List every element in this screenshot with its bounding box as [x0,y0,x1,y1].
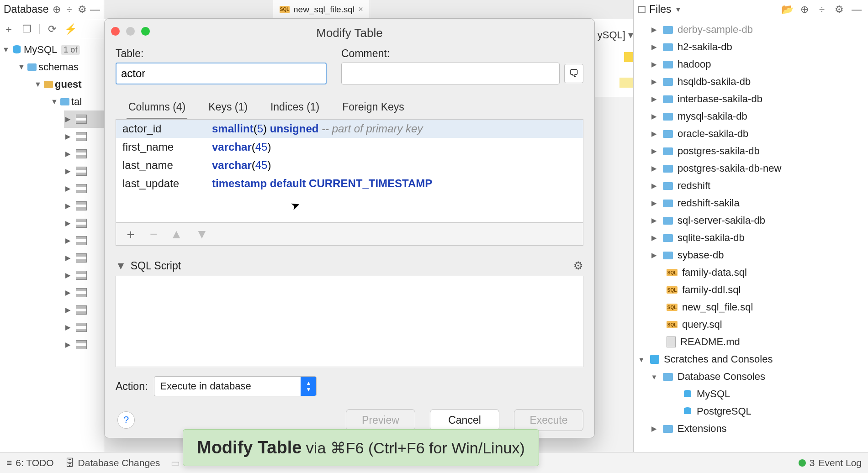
chevron-down-icon[interactable]: ▼ [2,46,10,54]
table-row[interactable]: ▶ [64,180,104,197]
help-button[interactable]: ? [117,411,135,429]
table-row[interactable]: ▶ [64,128,104,145]
table-row[interactable]: ▶ [64,145,104,163]
folder-row[interactable]: ▶sybase-db [634,247,868,264]
scratches-node[interactable]: ▼Scratches and Consoles [634,351,868,368]
folder-row[interactable]: ▶postgres-sakila-db-new [634,160,868,177]
consoles-node[interactable]: ▼Database Consoles [634,368,868,385]
event-log-status[interactable]: 3 Event Log [799,457,862,468]
sql-file-icon: SQL [667,286,677,294]
table-row[interactable]: ▶ [64,284,104,301]
minimize-icon[interactable]: — [90,4,100,16]
table-row[interactable]: ▶ [64,267,104,284]
remove-column-icon[interactable]: − [150,227,157,242]
minimize-icon[interactable]: — [850,4,863,16]
refresh-icon[interactable]: ⟳ [46,23,58,35]
gear-icon[interactable]: ⚙ [573,259,583,272]
table-row[interactable]: ▶ [64,301,104,319]
comment-input[interactable] [341,63,560,84]
close-window-icon[interactable] [111,27,120,36]
file-row[interactable]: SQLfamily-data.sql [634,264,868,281]
folder-icon [663,147,673,155]
target-icon[interactable]: ⊕ [798,4,811,16]
chevron-down-icon[interactable]: ▼ [116,260,126,272]
tab-keys[interactable]: Keys (1) [206,96,249,119]
db-node-schema[interactable]: ▼ guest [0,76,104,93]
chevron-right-icon[interactable]: ▶ [64,115,72,123]
db-node-schemas[interactable]: ▼ schemas [0,58,104,76]
folder-row[interactable]: ▶postgres-sakila-db [634,142,868,160]
chevron-down-icon[interactable]: ▼ [50,98,58,106]
folder-row[interactable]: ▶hadoop [634,56,868,73]
stepper-icon[interactable]: ▲▼ [301,377,316,396]
file-row[interactable]: SQLquery.sql [634,316,868,333]
column-row[interactable]: first_name varchar(45) [116,138,583,156]
file-row[interactable]: SQLnew_sql_file.sql [634,299,868,316]
table-name-input[interactable] [116,63,327,84]
target-icon[interactable]: ⊕ [51,4,61,16]
copy-icon[interactable]: ❐ [21,23,33,35]
sql-script-editor[interactable] [116,276,583,367]
separator [39,24,40,34]
table-row[interactable]: ▶ [64,232,104,249]
sql-script-header[interactable]: ▼ SQL Script ⚙ [116,259,583,272]
column-row[interactable]: last_name varchar(45) [116,156,583,174]
cancel-button[interactable]: Cancel [430,409,499,431]
node-label: Database Consoles [677,371,765,383]
db-node-mysql[interactable]: ▼ MySQL 1 of [0,41,104,58]
move-up-icon[interactable]: ▲ [170,227,183,242]
column-row[interactable]: last_update timestamp default CURRENT_TI… [116,174,583,193]
extensions-node[interactable]: ▶Extensions [634,420,868,437]
files-titlebar: Files ▼ 📂 ⊕ ÷ ⚙ — [634,0,868,19]
filter-icon[interactable]: ⚡ [64,23,76,35]
folder-row[interactable]: ▶redshift-sakila [634,194,868,212]
todo-status[interactable]: ≡6: TODO [6,457,54,468]
console-row[interactable]: MySQL [634,385,868,403]
tab-foreign-keys[interactable]: Foreign Keys [340,96,406,119]
execute-button[interactable]: Execute [514,409,583,431]
folder-row[interactable]: ▶oracle-sakila-db [634,125,868,142]
add-icon[interactable]: ＋ [3,23,15,35]
tab-columns[interactable]: Columns (4) [127,96,187,119]
table-row[interactable]: ▶ [64,249,104,267]
divider-icon[interactable]: ÷ [64,4,74,16]
gear-icon[interactable]: ⚙ [832,4,846,16]
chevron-down-icon[interactable]: ▼ [675,6,682,13]
sql-file-icon: SQL [280,6,290,13]
file-row[interactable]: SQLfamily-ddl.sql [634,281,868,299]
db-node-tables[interactable]: ▼ tal [0,93,104,110]
open-icon[interactable]: 📂 [780,4,794,16]
folder-row[interactable]: ▶mysql-sakila-db [634,108,868,125]
folder-row[interactable]: ▶sql-server-sakila-db [634,212,868,229]
table-row[interactable]: ▶ [64,336,104,353]
column-row[interactable]: actor_id smallint(5) unsigned -- part of… [116,120,583,138]
minimize-window-icon[interactable] [126,27,135,36]
file-row[interactable]: README.md [634,333,868,351]
db-changes-status[interactable]: 🗄Database Changes [65,457,160,468]
action-select[interactable]: Execute in database ▲▼ [154,376,317,396]
chevron-down-icon[interactable]: ▼ [17,63,26,71]
gear-icon[interactable]: ⚙ [77,4,87,16]
chevron-down-icon[interactable]: ▼ [34,80,42,89]
close-icon[interactable]: × [358,5,363,14]
table-row[interactable]: ▶ [64,215,104,232]
table-row[interactable]: ▶ [64,197,104,215]
folder-row[interactable]: ▶sqlite-sakila-db [634,229,868,247]
divider-icon[interactable]: ÷ [815,4,829,16]
table-row[interactable]: ▶ [64,319,104,336]
tab-indices[interactable]: Indices (1) [269,96,321,119]
table-row[interactable]: ▶ [64,110,104,128]
folder-row[interactable]: ▶redshift [634,177,868,194]
zoom-window-icon[interactable] [141,27,150,36]
folder-row[interactable]: ▶hsqldb-sakila-db [634,73,868,90]
preview-button[interactable]: Preview [346,409,415,431]
folder-row[interactable]: ▶derby-sample-db [634,21,868,38]
move-down-icon[interactable]: ▼ [196,227,208,242]
folder-row[interactable]: ▶interbase-sakila-db [634,90,868,108]
table-row[interactable]: ▶ [64,163,104,180]
console-row[interactable]: PostgreSQL [634,403,868,420]
editor-tab[interactable]: SQL new_sql_file.sql × [273,0,370,19]
add-column-icon[interactable]: ＋ [124,226,137,243]
folder-row[interactable]: ▶h2-sakila-db [634,38,868,56]
expand-comment-button[interactable]: 🗨 [564,64,583,83]
